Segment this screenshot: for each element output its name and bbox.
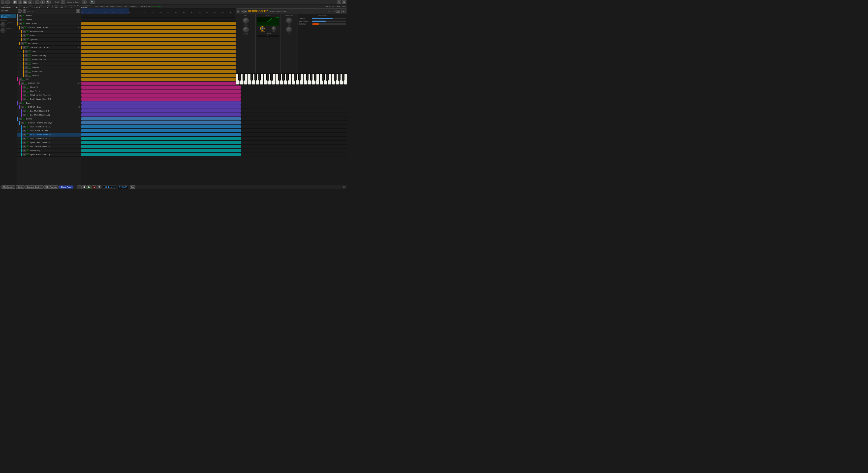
track-row[interactable]: MSAux Drums — [17, 42, 81, 45]
mute-btn[interactable]: M — [19, 19, 22, 21]
retro-black-key[interactable] — [270, 74, 273, 81]
track-row[interactable]: MSSynth Lead - Solitu...S) — [17, 141, 81, 145]
clip[interactable] — [81, 125, 241, 128]
mute-btn[interactable]: M — [23, 150, 26, 152]
track-row[interactable]: MSGROUP - Aux Drums0.0 — [17, 45, 81, 50]
clip[interactable] — [81, 42, 241, 45]
clip[interactable] — [81, 34, 241, 37]
mute-btn[interactable]: M — [21, 122, 24, 124]
tab-midi-remote[interactable]: MIDI Remote — [43, 185, 59, 189]
mute-btn[interactable]: M — [19, 78, 22, 81]
solo-btn[interactable]: S — [28, 62, 31, 65]
track-row[interactable]: MSSynth_Wave_Cras...NC — [17, 97, 81, 101]
lock-field[interactable]: Lock — — [60, 4, 63, 8]
mute-field[interactable]: Mute — — [55, 4, 59, 8]
clip[interactable] — [81, 141, 241, 144]
track-row[interactable]: MSPad - Synth Chorale 1 — [17, 129, 81, 133]
window-btn-2[interactable]: ⊞ — [342, 0, 346, 4]
track-row[interactable]: MSMain Drums — [17, 22, 81, 26]
solo-btn[interactable]: S — [26, 153, 29, 156]
mute-btn[interactable]: M — [21, 42, 24, 45]
mode-btn-w[interactable]: W — [23, 0, 27, 4]
mute-btn[interactable]: M — [23, 134, 26, 136]
clip[interactable] — [81, 62, 241, 65]
solo-btn[interactable]: S — [22, 118, 25, 120]
solo-btn[interactable]: S — [26, 90, 29, 92]
track-row[interactable]: MSTambourine Right — [17, 54, 81, 58]
retro-black-key[interactable] — [298, 74, 301, 81]
solo-btn[interactable]: S — [26, 141, 29, 144]
mute-btn[interactable]: M — [23, 94, 26, 96]
clip[interactable] — [81, 133, 241, 136]
mute-btn[interactable]: M — [23, 114, 26, 116]
retro-rec-btn[interactable]: ● — [237, 10, 240, 13]
retro-black-key[interactable] — [243, 74, 245, 81]
retro-close-btn[interactable]: ✕ — [341, 10, 345, 13]
tool-btn-1[interactable]: ✂ — [35, 0, 39, 4]
track-row[interactable]: MSClap FX Hit — [17, 89, 81, 93]
clip[interactable] — [81, 58, 241, 61]
track-row[interactable]: MSFX — [17, 77, 81, 81]
distortion-slider[interactable] — [312, 23, 346, 25]
mute-btn[interactable]: M — [19, 102, 22, 104]
transport-rewind-btn[interactable]: ⏮ — [77, 185, 82, 189]
clip[interactable] — [81, 74, 241, 77]
keyboard-keys[interactable] — [236, 73, 347, 85]
solo-btn[interactable]: S — [26, 31, 29, 33]
retro-black-key[interactable] — [286, 74, 289, 81]
amp-vol-knob[interactable] — [286, 27, 292, 32]
track-row[interactable]: MSGROUP - Main Drums0.0 — [17, 26, 81, 30]
mode-btn-m[interactable]: M — [13, 0, 17, 4]
mode-btn-a[interactable]: A — [28, 0, 32, 4]
mute-btn[interactable]: M — [23, 46, 26, 49]
osc-tune-knob[interactable] — [243, 18, 249, 24]
adapt-zoom-btn[interactable]: ▼ — [82, 0, 87, 4]
solo-btn[interactable]: S — [28, 66, 31, 69]
track-row[interactable]: MSSynths — [17, 117, 81, 121]
tab-chord-pads[interactable]: Chord Pads — [59, 185, 73, 189]
clip[interactable] — [81, 77, 241, 81]
mute-btn[interactable]: M — [23, 130, 26, 132]
clip[interactable] — [81, 70, 241, 73]
track-row[interactable]: MSBR - Serious Brass...S) — [17, 145, 81, 149]
track-row[interactable]: MSVocal Chop — [17, 149, 81, 153]
track-row[interactable]: MSPad - Threshold Vo...E) — [17, 125, 81, 129]
solo-btn[interactable]: S — [26, 86, 29, 89]
window-btn-1[interactable]: ◻ — [337, 0, 341, 4]
track-row[interactable]: MSGROUP - Bass-4.0 — [17, 105, 81, 109]
solo-btn[interactable]: S — [26, 114, 29, 116]
clip[interactable] — [81, 30, 241, 33]
clip[interactable] — [81, 86, 241, 89]
mute-btn[interactable]: M — [25, 74, 28, 76]
solo-btn[interactable]: S — [28, 70, 31, 73]
track-row[interactable]: MSShaker — [17, 61, 81, 65]
velocity-slider[interactable] — [312, 18, 346, 19]
clip[interactable] — [81, 93, 241, 97]
retro-black-key[interactable] — [322, 74, 324, 81]
solo-btn[interactable]: S — [24, 106, 27, 108]
search-btn[interactable]: 🔍 — [90, 0, 95, 4]
add-track-btn[interactable]: + — [18, 9, 22, 13]
mute-btn[interactable]: M — [25, 66, 28, 69]
mute-btn[interactable]: M — [23, 110, 26, 112]
track-row[interactable]: MSClock FX — [17, 85, 81, 89]
solo-btn[interactable]: S — [24, 42, 27, 45]
track-row[interactable]: MSFC15_Kit_02_Riser_LH — [17, 93, 81, 97]
mute-btn[interactable]: M — [23, 34, 26, 37]
solo-btn[interactable]: S — [26, 126, 29, 128]
track-row[interactable]: MSBA - Multi Electric (HS) — [17, 109, 81, 113]
eq-mid-knob[interactable] — [0, 28, 5, 33]
transport-play-btn[interactable]: ▶ — [87, 185, 92, 189]
osc-shape-knob[interactable] — [243, 27, 249, 32]
retro-black-key[interactable] — [334, 74, 337, 81]
retro-black-key[interactable] — [342, 74, 344, 81]
grid-selector[interactable]: ▼ — [61, 0, 65, 4]
clip[interactable] — [81, 153, 241, 156]
solo-btn[interactable]: S — [26, 110, 29, 112]
solo-btn[interactable]: S — [24, 82, 27, 85]
solo-btn[interactable]: S — [22, 19, 25, 21]
track-row[interactable]: MSGROUP - Synths and Keys — [17, 121, 81, 125]
retro-black-key[interactable] — [282, 74, 285, 81]
mute-btn[interactable]: M — [23, 98, 26, 100]
mute-btn[interactable]: M — [23, 146, 26, 148]
